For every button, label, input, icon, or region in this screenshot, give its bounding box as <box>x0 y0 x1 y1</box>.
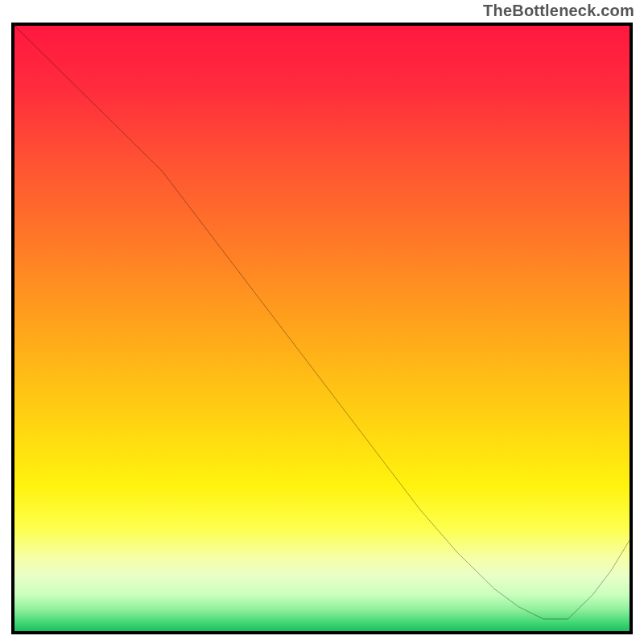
plot-area <box>11 23 633 634</box>
chart-container: { "attribution": "TheBottleneck.com", "m… <box>0 0 644 644</box>
line-series <box>14 26 630 631</box>
bottleneck-curve-path <box>14 26 630 619</box>
attribution-text: TheBottleneck.com <box>483 2 634 20</box>
